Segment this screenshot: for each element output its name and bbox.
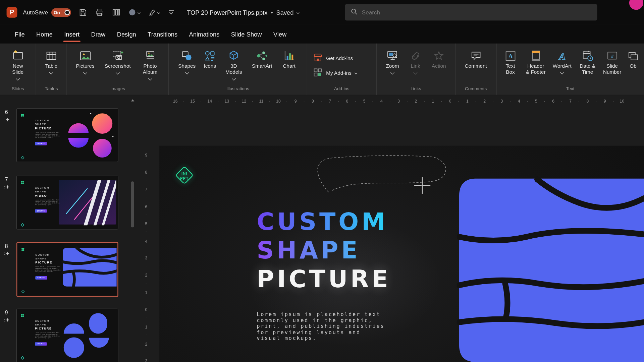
tab-view[interactable]: View xyxy=(268,24,292,43)
slide-title[interactable]: CUSTOM SHAPE PICTURE xyxy=(257,207,391,293)
thumbnail-text: CUSTOM SHAPE PICTURE Lorem ipsum is plac… xyxy=(35,253,61,280)
animation-star-icon[interactable] xyxy=(4,317,9,324)
svg-text:A: A xyxy=(558,51,566,62)
get-addins-button[interactable]: Get Add-ins xyxy=(313,52,353,64)
tab-slideshow[interactable]: Slide Show xyxy=(225,24,268,43)
chart-icon xyxy=(283,47,295,62)
tab-transitions[interactable]: Transitions xyxy=(142,24,183,43)
pictures-button[interactable]: Pictures xyxy=(69,46,101,75)
header-footer-button[interactable]: Header & Footer xyxy=(522,46,549,76)
ruler-tick-label: 15 xyxy=(184,97,201,106)
slide-number-8: 8 xyxy=(5,243,8,249)
new-slide-button[interactable]: New Slide xyxy=(10,46,26,81)
slide8-artwork xyxy=(61,245,116,289)
pen-color-icon[interactable] xyxy=(128,8,140,16)
autosave-toggle[interactable]: On xyxy=(51,8,71,17)
tab-insert[interactable]: Insert xyxy=(58,24,85,43)
slide-thumbnail-6[interactable]: CUSTOM SHAPE PICTURE Lorem ipsum is plac… xyxy=(16,108,118,162)
autosave-state-label: On xyxy=(54,10,60,15)
print-icon[interactable] xyxy=(95,8,104,16)
chevron-down-icon xyxy=(232,76,236,80)
horizontal-ruler: 16151413121110987654321012345678910 xyxy=(152,97,644,106)
3d-models-button[interactable]: 3D Models xyxy=(221,46,247,81)
tab-draw[interactable]: Draw xyxy=(85,24,111,43)
title-line-picture: PICTURE xyxy=(257,265,391,294)
search-bar[interactable] xyxy=(345,4,597,20)
slide-number-button[interactable]: # Slide Number xyxy=(600,46,624,76)
freeform-selection-outline xyxy=(311,150,451,196)
slide-thumbnail-7[interactable]: CUSTOM SHAPE VIDEO Lorem ipsum is placeh… xyxy=(16,176,118,229)
presence-indicator[interactable] xyxy=(629,0,643,10)
tab-animations[interactable]: Animations xyxy=(183,24,225,43)
object-button[interactable]: Ob xyxy=(624,46,642,70)
zoom-button[interactable]: Zoom xyxy=(380,46,405,75)
icons-button[interactable]: Icons xyxy=(199,46,221,70)
group-label-text: Text xyxy=(496,85,644,95)
slide-thumbnail-8-selected[interactable]: CUSTOM SHAPE PICTURE Lorem ipsum is plac… xyxy=(16,242,118,297)
animation-star-icon[interactable] xyxy=(4,250,9,258)
table-button[interactable]: Table xyxy=(44,46,59,75)
group-label-comments: Comments xyxy=(455,85,496,95)
photo-album-icon xyxy=(144,47,156,62)
vertical-ruler: 9876543210123 xyxy=(142,108,151,362)
ruler-tick-label: 4 xyxy=(511,97,528,106)
tab-design[interactable]: Design xyxy=(111,24,142,43)
ribbon-group-tables: Table Tables xyxy=(36,44,67,95)
slide-thumbnail-9[interactable]: CUSTOM SHAPE PICTURE Lorem ipsum is plac… xyxy=(16,309,118,362)
ruler-tick-label: 7 xyxy=(321,97,338,106)
link-icon xyxy=(410,47,421,62)
ruler-tick-label: 9 xyxy=(596,97,613,106)
customize-quick-access-icon[interactable] xyxy=(168,9,174,16)
shapes-button[interactable]: Shapes xyxy=(174,46,199,75)
chevron-down-icon xyxy=(148,76,152,80)
tab-home[interactable]: Home xyxy=(31,24,58,43)
mini-diamond-icon xyxy=(21,223,24,227)
search-icon xyxy=(351,8,358,17)
group-label-links: Links xyxy=(377,85,455,95)
chevron-down-icon xyxy=(354,71,357,74)
icons-icon xyxy=(204,47,216,62)
title-line-shape: SHAPE xyxy=(257,236,391,265)
mini-diamond-icon xyxy=(21,356,24,360)
save-icon[interactable] xyxy=(78,8,87,17)
group-label-illustrations: Illustrations xyxy=(169,85,307,95)
animation-star-icon[interactable] xyxy=(4,117,9,124)
photo-album-button[interactable]: Photo Album xyxy=(134,46,166,81)
smartart-button[interactable]: SmartArt xyxy=(247,46,277,70)
slide-number-icon: # xyxy=(606,47,618,62)
animation-star-icon[interactable] xyxy=(4,184,9,191)
thumbnail-create-button: CREATE xyxy=(35,276,47,279)
comment-button[interactable]: Comment xyxy=(460,46,492,70)
ruler-tick-label: 1 xyxy=(459,97,476,106)
text-box-button[interactable]: A Text Box xyxy=(498,46,522,76)
tab-file[interactable]: File xyxy=(9,24,31,43)
svg-text:INI: INI xyxy=(181,171,187,175)
group-label-slides: Slides xyxy=(0,85,36,95)
chart-button[interactable]: Chart xyxy=(277,46,301,70)
powerpoint-logo-icon[interactable]: P xyxy=(7,7,17,18)
chevron-down-icon xyxy=(390,70,394,74)
ruler-tick-label: 10 xyxy=(270,97,287,106)
my-addins-button[interactable]: My Add-ins xyxy=(313,67,357,79)
inippt-logo: INI PPT xyxy=(172,163,196,189)
scrollbar-up-arrow[interactable] xyxy=(131,99,135,101)
search-input[interactable] xyxy=(362,9,526,16)
quick-access-toolbar xyxy=(78,8,175,17)
highlighter-icon[interactable] xyxy=(148,8,160,16)
document-title[interactable]: TOP 20 PowerPoint Tips.pptx • Saved xyxy=(187,0,299,24)
slide-body-text[interactable]: Lorem ipsum is placeholder text commonly… xyxy=(257,311,384,341)
screenshot-button[interactable]: Screenshot xyxy=(101,46,134,75)
date-time-button[interactable]: Date & Time xyxy=(575,46,600,76)
mini-diamond-icon xyxy=(21,156,24,159)
text-box-icon: A xyxy=(504,47,516,62)
ruler-tick-label: 3 xyxy=(142,353,151,362)
wordart-button[interactable]: A WordArt xyxy=(549,46,575,75)
ruler-tick-label: 7 xyxy=(562,97,579,106)
slide-editing-surface[interactable]: INI PPT CUSTOM SHAPE PICTURE Lorem ipsum… xyxy=(159,146,644,362)
panel-scrollbar-thumb[interactable] xyxy=(131,181,134,227)
layout-columns-icon[interactable] xyxy=(112,8,120,16)
chevron-down-icon xyxy=(49,70,53,74)
blue-shape-graphic[interactable] xyxy=(457,146,644,362)
smartart-icon xyxy=(256,47,268,62)
ruler-tick-label: 3 xyxy=(493,97,510,106)
